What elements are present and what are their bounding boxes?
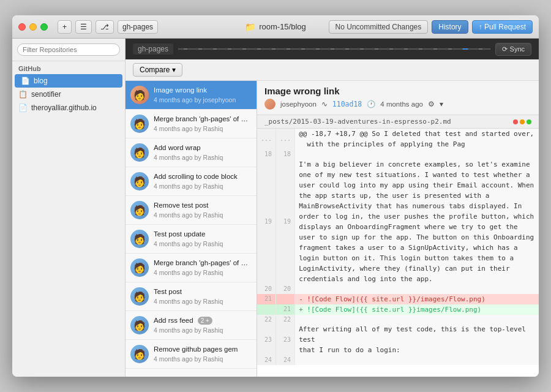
commit-info-2: Add word wrap 4 months ago by Rashiq [154,143,252,161]
line-num-new [276,294,295,304]
line-num-old [257,304,276,315]
compare-bar: Compare ▾ [126,59,539,81]
commit-avatar-0: 🧑 [130,86,149,104]
pull-request-button[interactable]: ↑ Pull Request [472,20,533,34]
line-num-new: 23 [276,324,295,355]
tilde-icon: ∿ [321,100,328,108]
line-num-old: 22 [257,315,276,325]
commit-item-1[interactable]: 🧑 Merge branch 'gh-pages' of git... 4 mo… [126,110,257,138]
line-num-old: 23 [257,324,276,355]
traffic-lights [18,23,48,31]
sidebar-item-theroyalliar[interactable]: 📄 theroyalliar.github.io [12,101,125,115]
diff-code-view[interactable]: ... ... @@ -18,7 +18,7 @@ So I deleted t… [257,129,539,377]
commit-meta-4: 4 months ago by Rashiq [154,211,252,219]
commit-timeline [178,48,490,50]
branch-toggle-button[interactable]: ⎇ [96,20,114,34]
title-text: room-15/blog [259,22,306,31]
commit-item-7[interactable]: 🧑 Test post 4 months ago by Rashiq [126,282,257,311]
line-num-old: 24 [257,355,276,365]
commit-avatar-8: 🧑 [130,316,149,334]
repo-name-senotifier: senotifier [31,90,61,99]
timeline-dot [433,48,438,50]
line-content [295,355,539,365]
commit-meta-1: 4 months ago by Rashiq [154,125,252,132]
sidebar-toggle-button[interactable]: ☰ [75,20,92,34]
diff-dot-orange [520,119,525,124]
timeline-dot [257,48,261,50]
commit-item-8[interactable]: 🧑 Add rss feed 2 + 4 months ago by Rashi… [126,311,257,340]
line-num-new: ... [276,129,295,149]
add-button[interactable]: + [58,20,72,34]
commit-meta-3: 4 months ago by Rashiq [154,183,252,190]
timeline-dot [418,48,423,50]
no-uncommitted-changes-button[interactable]: No Uncommitted Changes [329,20,429,34]
sidebar-item-senotifier[interactable]: 📋 senotifier [12,88,125,101]
timeline-dot-active[interactable] [462,48,468,50]
commit-meta-9: 4 months ago by Rashiq [154,355,252,363]
titlebar: + ☰ ⎇ gh-pages 📁 room-15/blog No Uncommi… [12,15,539,39]
repo-book-icon: 📄 [21,77,30,85]
commit-info-0: Image wrong link 4 months ago by josephy… [154,86,252,104]
commit-info-5: Test post update 4 months ago by Rashiq [154,230,252,247]
sidebar-filter [12,39,125,61]
line-num-new: 24 [276,355,295,365]
repo-name-blog: blog [34,77,48,85]
gear-icon[interactable]: ⚙ [428,100,435,108]
timeline-dot [359,48,364,50]
sync-button[interactable]: ⟳ Sync [495,43,531,56]
history-tab-button[interactable]: History [432,20,468,34]
line-content-add: + ![Code Flow]({{ site.url }}images/Flow… [295,304,539,315]
main-content: GitHub 📄 blog 📋 senotifier 📄 theroyallia… [12,39,539,377]
commit-avatar-7: 🧑 [130,287,149,306]
diff-line-21-add: 21 + ![Code Flow]({{ site.url }}images/F… [257,304,539,315]
diff-author-name: josephyoon [280,100,317,108]
timeline-dot [301,48,305,50]
commit-item-2[interactable]: 🧑 Add word wrap 4 months ago by Rashiq [126,138,257,167]
branch-selector-button[interactable]: gh-pages [118,20,158,34]
diff-line-23: 23 23 After writing all of my test code,… [257,324,539,355]
diff-line-24: 24 24 [257,355,539,365]
timeline-dot [448,48,452,50]
minimize-button[interactable] [29,23,37,31]
commit-item-0[interactable]: 🧑 Image wrong link 4 months ago by josep… [126,81,257,110]
diff-line-20: 20 20 [257,284,539,294]
commit-info-1: Merge branch 'gh-pages' of git... 4 mont… [154,115,252,132]
timeline-dot [315,48,320,50]
commit-item-9[interactable]: 🧑 Remove github pages gem 4 months ago b… [126,340,257,369]
line-num-new: 19 [276,159,295,285]
sidebar-item-blog[interactable]: 📄 blog [15,74,122,88]
sidebar: GitHub 📄 blog 📋 senotifier 📄 theroyallia… [12,39,126,377]
timeline-dot [183,48,188,50]
chevron-down-icon[interactable]: ▾ [440,100,443,108]
commit-list: 🧑 Image wrong link 4 months ago by josep… [126,81,257,377]
commit-message-6: Merge branch 'gh-pages' of git... [154,258,252,268]
commit-item-3[interactable]: 🧑 Add scrolling to code block 4 months a… [126,167,257,196]
branch-name-label: gh-pages [133,43,173,55]
line-content [295,315,539,325]
sidebar-section-github: GitHub [12,61,125,74]
line-num-old: 20 [257,284,276,294]
close-button[interactable] [18,23,26,31]
commit-item-4[interactable]: 🧑 Remove test post 4 months ago by Rashi… [126,196,257,225]
commit-meta-2: 4 months ago by Rashiq [154,154,252,161]
maximize-button[interactable] [40,23,48,31]
commit-message-2: Add word wrap [154,143,252,153]
commit-meta-5: 4 months ago by Rashiq [154,240,252,247]
line-num-new: 22 [276,315,295,325]
commit-info-9: Remove github pages gem 4 months ago by … [154,345,252,363]
diff-dot-green [527,119,531,124]
commit-info-7: Test post 4 months ago by Rashiq [154,287,252,305]
compare-button[interactable]: Compare ▾ [133,63,182,77]
line-content [295,284,539,294]
commit-avatar-3: 🧑 [130,172,149,190]
repo-name-theroyalliar: theroyalliar.github.io [31,104,97,112]
diff-title: Image wrong link [264,86,531,96]
toolbar: No Uncommitted Changes History ↑ Pull Re… [329,20,533,34]
line-num-old: 19 [257,159,276,285]
commit-item-5[interactable]: 🧑 Test post update 4 months ago by Rashi… [126,225,257,254]
commit-item-6[interactable]: 🧑 Merge branch 'gh-pages' of git... 4 mo… [126,254,257,282]
window-title: 📁 room-15/blog [245,22,306,32]
line-content-del: - ![Code Flow]({{ site.url }}/images/Flo… [295,294,539,304]
diff-line-22: 22 22 [257,315,539,325]
filter-repositories-input[interactable] [17,43,120,56]
